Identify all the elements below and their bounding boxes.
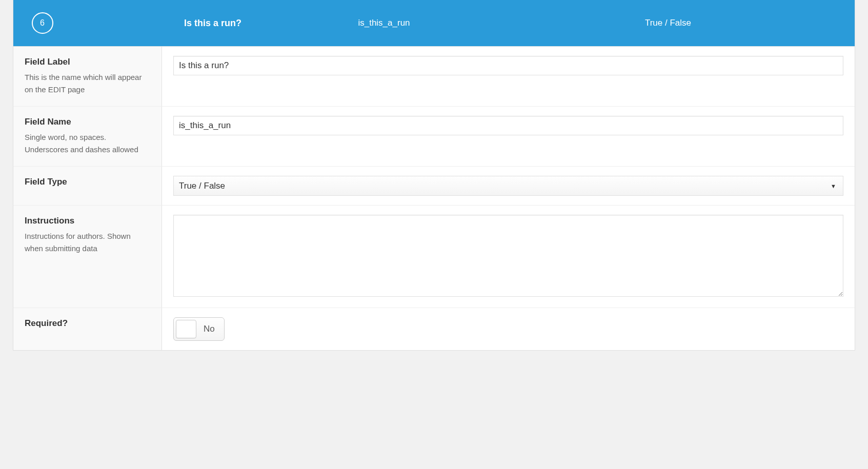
instructions-description: Instructions for authors. Shown when sub… <box>25 230 150 255</box>
header-name: is_this_a_run <box>287 18 481 28</box>
field-name-title: Field Name <box>25 117 150 127</box>
header-type: True / False <box>481 18 855 28</box>
required-toggle[interactable]: No <box>173 317 225 341</box>
order-number: 6 <box>32 12 53 34</box>
field-type-select[interactable]: True / False <box>173 176 843 196</box>
field-label-input[interactable] <box>173 56 843 75</box>
field-name-input[interactable] <box>173 116 843 135</box>
row-field-label: Field Label This is the name which will … <box>13 47 855 107</box>
row-required: Required? No <box>13 308 855 350</box>
row-field-type: Field Type True / False ▼ <box>13 167 855 206</box>
field-editor: 6 Is this a run? is_this_a_run True / Fa… <box>13 0 855 351</box>
instructions-title: Instructions <box>25 216 150 226</box>
header-label: Is this a run? <box>71 18 287 29</box>
instructions-input[interactable] <box>173 215 843 297</box>
row-field-name: Field Name Single word, no spaces. Under… <box>13 107 855 167</box>
required-title: Required? <box>25 318 150 329</box>
toggle-label: No <box>204 324 222 334</box>
toggle-knob <box>176 320 196 338</box>
field-type-title: Field Type <box>25 177 150 187</box>
row-instructions: Instructions Instructions for authors. S… <box>13 206 855 308</box>
field-label-description: This is the name which will appear on th… <box>25 71 150 96</box>
field-order: 6 <box>26 12 59 34</box>
field-header[interactable]: 6 Is this a run? is_this_a_run True / Fa… <box>13 0 855 47</box>
field-type-select-wrapper: True / False ▼ <box>173 176 843 196</box>
field-name-description: Single word, no spaces. Underscores and … <box>25 131 150 156</box>
field-settings: Field Label This is the name which will … <box>13 47 855 350</box>
field-label-title: Field Label <box>25 57 150 67</box>
